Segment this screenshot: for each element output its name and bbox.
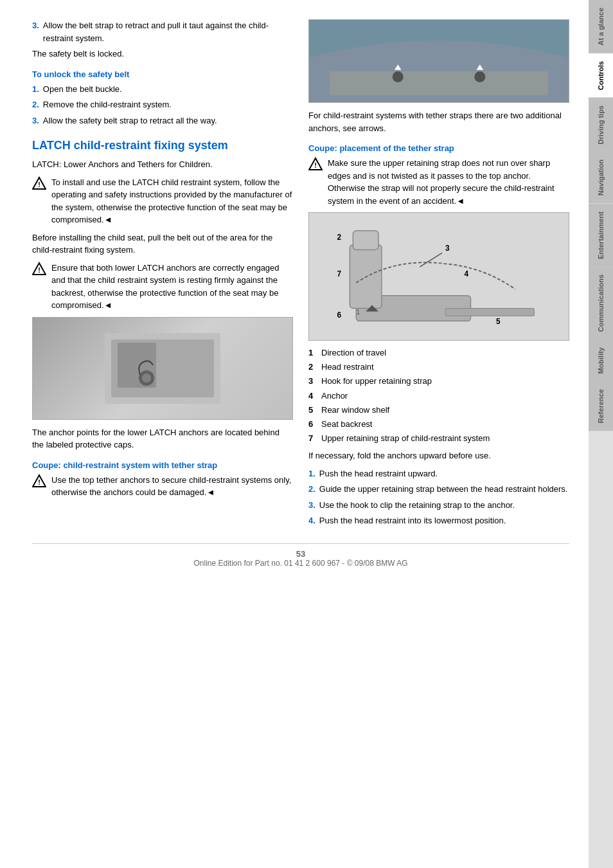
coupe-placement-warning-text: Make sure the upper retaining strap does… [328, 157, 569, 207]
diagram-item-1: 1 Direction of travel [308, 347, 569, 359]
item-text-1: Direction of travel [321, 347, 386, 359]
unlock-num-1: 1. [32, 83, 39, 96]
placement-num-1: 1. [308, 467, 315, 480]
latch-warning-1: ! To install and use the LATCH child res… [32, 176, 293, 226]
latch-warning-2: ! Ensure that both lower LATCH anchors a… [32, 262, 293, 312]
diagram-item-3: 3 Hook for upper retaining strap [308, 375, 569, 387]
unlock-text-2: Remove the child-restraint system. [43, 98, 172, 111]
unlock-heading: To unlock the safety belt [32, 69, 293, 79]
right-sidebar: At a glance Controls Driving tips Naviga… [589, 0, 613, 868]
tether-caption: For child-restraint systems with tether … [308, 109, 569, 134]
item-num-5: 5 [308, 404, 316, 416]
svg-text:6: 6 [337, 311, 342, 320]
sidebar-tab-at-a-glance[interactable]: At a glance [589, 0, 613, 53]
svg-point-13 [393, 71, 404, 82]
sidebar-tab-navigation[interactable]: Navigation [589, 152, 613, 203]
placement-step-1: 1. Push the head restraint upward. [308, 467, 569, 480]
item-text-7: Upper retaining strap of child-restraint… [321, 433, 490, 444]
svg-text:7: 7 [337, 269, 342, 278]
svg-text:4: 4 [465, 269, 469, 278]
svg-point-14 [474, 71, 485, 82]
diagram-item-6: 6 Seat backrest [308, 419, 569, 430]
left-column: 3. Allow the belt strap to retract and p… [32, 19, 293, 530]
placement-text-2: Guide the upper retaining strap between … [319, 483, 568, 496]
unlock-step-1: 1. Open the belt buckle. [32, 83, 293, 96]
seat-diagram-svg: 2 1 3 4 5 6 [309, 213, 569, 340]
svg-text:!: ! [38, 478, 40, 486]
fold-anchors-text: If necessary, fold the anchors upward be… [308, 449, 569, 462]
intro-step-3: 3. Allow the belt strap to retract and p… [32, 19, 293, 44]
placement-text-4: Push the head restraint into its lowermo… [319, 514, 506, 527]
item-num-7: 7 [308, 433, 316, 444]
pull-belt-text: Before installing the child seat, pull t… [32, 231, 293, 257]
placement-num-3: 3. [308, 499, 315, 512]
item-text-2: Head restraint [321, 361, 374, 373]
coupe-placement-heading: Coupe: placement of the tether strap [308, 143, 569, 153]
unlock-text-1: Open the belt buckle. [43, 83, 122, 96]
trunk-image-svg [309, 20, 569, 102]
placement-num-4: 4. [308, 514, 315, 527]
coupe-tether-warning: ! Use the top tether anchors to secure c… [32, 474, 293, 499]
placement-text-3: Use the hook to clip the retaining strap… [319, 499, 515, 512]
tether-anchors-image [308, 19, 569, 103]
item-num-2: 2 [308, 361, 316, 373]
svg-text:!: ! [38, 266, 40, 274]
item-num-4: 4 [308, 390, 316, 402]
warning-icon-2: ! [32, 262, 46, 276]
diagram-item-5: 5 Rear window shelf [308, 404, 569, 416]
svg-point-8 [142, 374, 151, 383]
warning-icon-3: ! [32, 474, 46, 488]
sidebar-tab-controls[interactable]: Controls [589, 53, 613, 98]
sidebar-tab-driving-tips[interactable]: Driving tips [589, 98, 613, 152]
placement-text-1: Push the head restraint upward. [319, 467, 438, 480]
coupe-tether-heading: Coupe: child-restraint system with tethe… [32, 460, 293, 470]
safety-belt-locked: The safety belt is locked. [32, 48, 293, 60]
step-3-text: Allow the belt strap to retract and pull… [43, 19, 293, 44]
latch-description: LATCH: Lower Anchors and Tethers for Chi… [32, 158, 293, 171]
svg-rect-22 [353, 231, 378, 250]
latch-warning-2-text: Ensure that both lower LATCH anchors are… [51, 262, 293, 312]
unlock-num-3: 3. [32, 114, 39, 127]
seat-diagram-image: 2 1 3 4 5 6 [308, 212, 569, 341]
placement-step-3: 3. Use the hook to clip the retaining st… [308, 499, 569, 512]
placement-num-2: 2. [308, 483, 315, 496]
page-footer: 53 Online Edition for Part no. 01 41 2 6… [32, 543, 569, 568]
latch-image-svg [98, 327, 227, 410]
svg-rect-30 [445, 309, 535, 316]
unlock-step-2: 2. Remove the child-restraint system. [32, 98, 293, 111]
warning-icon-4: ! [308, 157, 323, 171]
diagram-list: 1 Direction of travel 2 Head restraint 3… [308, 347, 569, 444]
sidebar-tab-communications[interactable]: Communications [589, 267, 613, 339]
unlock-step-3: 3. Allow the safety belt strap to retrac… [32, 114, 293, 127]
coupe-placement-warning: ! Make sure the upper retaining strap do… [308, 157, 569, 207]
sidebar-tab-reference[interactable]: Reference [589, 381, 613, 431]
item-text-4: Anchor [321, 390, 348, 402]
page-number: 53 [32, 549, 569, 559]
footer-text: Online Edition for Part no. 01 41 2 600 … [32, 559, 569, 568]
placement-step-4: 4. Push the head restraint into its lowe… [308, 514, 569, 527]
placement-steps: 1. Push the head restraint upward. 2. Gu… [308, 467, 569, 527]
anchor-caption: The anchor points for the lower LATCH an… [32, 426, 293, 451]
unlock-text-3: Allow the safety belt strap to retract a… [43, 114, 217, 127]
diagram-item-2: 2 Head restraint [308, 361, 569, 373]
svg-rect-12 [330, 71, 548, 95]
item-num-1: 1 [308, 347, 316, 359]
latch-image [32, 317, 293, 420]
item-num-3: 3 [308, 375, 316, 387]
coupe-tether-warning-text: Use the top tether anchors to secure chi… [51, 474, 293, 499]
svg-text:1: 1 [356, 308, 360, 316]
svg-text:2: 2 [337, 233, 342, 242]
svg-text:!: ! [314, 161, 317, 169]
sidebar-tab-entertainment[interactable]: Entertainment [589, 204, 613, 267]
placement-step-2: 2. Guide the upper retaining strap betwe… [308, 483, 569, 496]
diagram-item-4: 4 Anchor [308, 390, 569, 402]
warning-icon-1: ! [32, 176, 46, 190]
item-text-5: Rear window shelf [321, 404, 389, 416]
latch-title: LATCH child-restraint fixing system [32, 138, 293, 153]
diagram-item-7: 7 Upper retaining strap of child-restrai… [308, 433, 569, 444]
unlock-num-2: 2. [32, 98, 39, 111]
sidebar-tab-mobility[interactable]: Mobility [589, 339, 613, 382]
svg-text:3: 3 [445, 244, 450, 253]
right-column: For child-restraint systems with tether … [308, 19, 569, 530]
svg-text:!: ! [38, 181, 40, 188]
